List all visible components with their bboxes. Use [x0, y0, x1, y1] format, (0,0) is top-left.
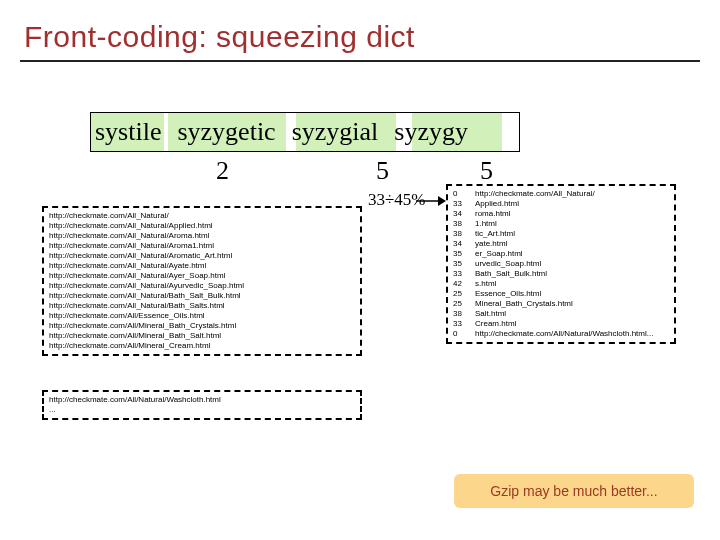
arrow-right-icon	[416, 194, 446, 208]
svg-marker-1	[438, 196, 446, 206]
frontcoded-row: 34yate.html	[453, 239, 669, 249]
prefix-len-5b: 5	[480, 156, 493, 186]
offset-value: 33	[453, 319, 475, 329]
url-row: http://checkmate.com/All_Natural/Aroma.h…	[49, 231, 355, 241]
offset-value: 38	[453, 229, 475, 239]
url-row: http://checkmate.com/All_Natural/Ayer_So…	[49, 271, 355, 281]
frontcoded-row: 0http://checkmate.com/All/Natural/Washcl…	[453, 329, 669, 339]
url-list-next-block: http://checkmate.com/All/Natural/Washclo…	[42, 390, 362, 420]
url-list-original: http://checkmate.com/All_Natural/http://…	[42, 206, 362, 356]
url-row: http://checkmate.com/All_Natural/	[49, 211, 355, 221]
suffix-value: Essence_Oils.html	[475, 289, 669, 299]
url-row: http://checkmate.com/All/Mineral_Cream.h…	[49, 341, 355, 351]
offset-value: 34	[453, 239, 475, 249]
frontcoded-row: 34roma.html	[453, 209, 669, 219]
frontcoded-row: 38tic_Art.html	[453, 229, 669, 239]
offset-value: 33	[453, 199, 475, 209]
url-row: http://checkmate.com/All/Mineral_Bath_Sa…	[49, 331, 355, 341]
prefix-len-5a: 5	[376, 156, 389, 186]
url-row: http://checkmate.com/All/Essence_Oils.ht…	[49, 311, 355, 321]
url-row: http://checkmate.com/All/Natural/Washclo…	[49, 395, 355, 405]
frontcoded-row: 33Applied.html	[453, 199, 669, 209]
url-row: http://checkmate.com/All/Mineral_Bath_Cr…	[49, 321, 355, 331]
suffix-value: Applied.html	[475, 199, 669, 209]
word-1: systile	[91, 113, 165, 151]
url-row: http://checkmate.com/All_Natural/Aroma1.…	[49, 241, 355, 251]
title-rule	[20, 60, 700, 62]
suffix-value: tic_Art.html	[475, 229, 669, 239]
frontcoded-row: 35urvedic_Soap.html	[453, 259, 669, 269]
frontcoded-row: 25Mineral_Bath_Crystals.html	[453, 299, 669, 309]
offset-value: 42	[453, 279, 475, 289]
word-4: syzygy	[390, 113, 472, 151]
suffix-value: Salt.html	[475, 309, 669, 319]
suffix-value: roma.html	[475, 209, 669, 219]
frontcoded-row: 35er_Soap.html	[453, 249, 669, 259]
offset-value: 34	[453, 209, 475, 219]
offset-value: 33	[453, 269, 475, 279]
suffix-value: urvedic_Soap.html	[475, 259, 669, 269]
prefix-len-2: 2	[216, 156, 229, 186]
frontcoded-row: 381.html	[453, 219, 669, 229]
offset-value: 25	[453, 289, 475, 299]
suffix-value: Mineral_Bath_Crystals.html	[475, 299, 669, 309]
frontcoded-row: 33Cream.html	[453, 319, 669, 329]
offset-value: 38	[453, 219, 475, 229]
frontcoded-row: 33Bath_Salt_Bulk.html	[453, 269, 669, 279]
suffix-value: yate.html	[475, 239, 669, 249]
frontcoded-row: 25Essence_Oils.html	[453, 289, 669, 299]
gzip-note: Gzip may be much better...	[454, 474, 694, 508]
url-list-frontcoded: 0http://checkmate.com/All_Natural/33Appl…	[446, 184, 676, 344]
url-row: http://checkmate.com/All_Natural/Ayate.h…	[49, 261, 355, 271]
url-row: http://checkmate.com/All_Natural/Aromati…	[49, 251, 355, 261]
url-row: http://checkmate.com/All_Natural/Applied…	[49, 221, 355, 231]
offset-value: 25	[453, 299, 475, 309]
frontcoded-row: 42s.html	[453, 279, 669, 289]
offset-value: 38	[453, 309, 475, 319]
word-3: syzygial	[288, 113, 383, 151]
suffix-value: Cream.html	[475, 319, 669, 329]
word-2: syzygetic	[173, 113, 279, 151]
suffix-value: Bath_Salt_Bulk.html	[475, 269, 669, 279]
frontcoded-row: 38Salt.html	[453, 309, 669, 319]
url-row: http://checkmate.com/All_Natural/Ayurved…	[49, 281, 355, 291]
suffix-value: s.html	[475, 279, 669, 289]
suffix-value: 1.html	[475, 219, 669, 229]
slide-title: Front-coding: squeezing dict	[0, 0, 720, 58]
url-row: http://checkmate.com/All_Natural/Bath_Sa…	[49, 291, 355, 301]
url-row: http://checkmate.com/All_Natural/Bath_Sa…	[49, 301, 355, 311]
offset-value: 35	[453, 249, 475, 259]
offset-value: 0	[453, 189, 475, 199]
frontcoded-row: 0http://checkmate.com/All_Natural/	[453, 189, 669, 199]
offset-value: 0	[453, 329, 475, 339]
offset-value: 35	[453, 259, 475, 269]
suffix-value: http://checkmate.com/All/Natural/Washclo…	[475, 329, 669, 339]
suffix-value: http://checkmate.com/All_Natural/	[475, 189, 669, 199]
words-box: systile syzygetic syzygial syzygy	[90, 112, 520, 152]
url-row: ...	[49, 405, 355, 415]
suffix-value: er_Soap.html	[475, 249, 669, 259]
